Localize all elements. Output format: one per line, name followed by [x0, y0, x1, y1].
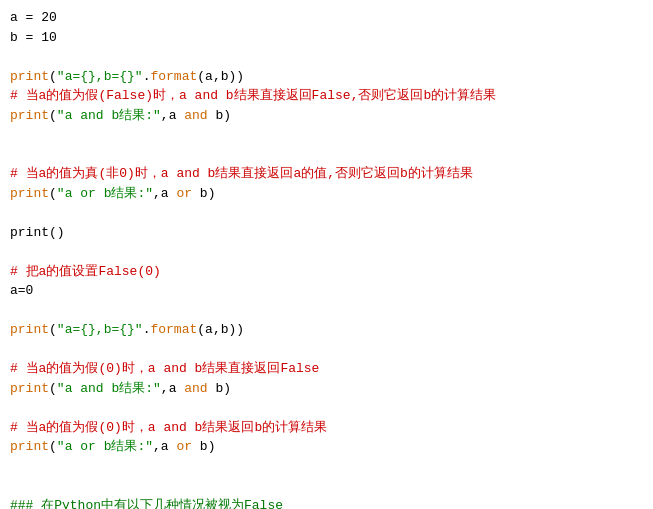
code-line: print("a and b结果:",a and b) — [10, 379, 643, 399]
code-line — [10, 476, 643, 496]
string-token: "a={},b={}" — [57, 69, 143, 84]
code-line — [10, 457, 643, 477]
code-line: a=0 — [10, 281, 643, 301]
code-text: print("a or b结果:",a or b) — [10, 186, 215, 201]
string-token: "a or b结果:" — [57, 186, 153, 201]
string-token: "a or b结果:" — [57, 439, 153, 454]
code-line: b = 10 — [10, 28, 643, 48]
code-token: ( — [49, 381, 57, 396]
code-token: ,a — [161, 381, 184, 396]
code-token: ,a — [153, 439, 176, 454]
string-token: "a={},b={}" — [57, 322, 143, 337]
code-text: # 当a的值为假(False)时，a and b结果直接返回False,否则它返… — [10, 88, 496, 103]
code-line: # 当a的值为真(非0)时，a and b结果直接返回a的值,否则它返回b的计算… — [10, 164, 643, 184]
code-text: a = 20 — [10, 10, 57, 25]
code-line: # 把a的值设置False(0) — [10, 262, 643, 282]
code-token: (a,b)) — [197, 69, 244, 84]
code-line: print("a={},b={}".format(a,b)) — [10, 67, 643, 87]
code-block: a = 20b = 10 print("a={},b={}".format(a,… — [10, 8, 643, 509]
code-line — [10, 125, 643, 145]
keyword-token: or — [176, 439, 192, 454]
code-token: b) — [192, 186, 215, 201]
code-token: ( — [49, 186, 57, 201]
code-line: print("a and b结果:",a and b) — [10, 106, 643, 126]
code-text: b = 10 — [10, 30, 57, 45]
code-text: print("a and b结果:",a and b) — [10, 108, 231, 123]
code-text: print() — [10, 225, 65, 240]
code-token: ( — [49, 322, 57, 337]
code-line — [10, 242, 643, 262]
code-token: ,a — [153, 186, 176, 201]
code-line: print("a or b结果:",a or b) — [10, 184, 643, 204]
code-token: b) — [192, 439, 215, 454]
builtin-token: print — [10, 439, 49, 454]
code-text: # 当a的值为真(非0)时，a and b结果直接返回a的值,否则它返回b的计算… — [10, 166, 473, 181]
code-line: ### 在Python中有以下几种情况被视为False — [10, 496, 643, 510]
code-text: ### 在Python中有以下几种情况被视为False — [10, 498, 283, 510]
code-token: b) — [208, 381, 231, 396]
builtin-token: print — [10, 186, 49, 201]
code-token: ( — [49, 439, 57, 454]
code-line — [10, 340, 643, 360]
code-token: ,a — [161, 108, 184, 123]
builtin-token: print — [10, 108, 49, 123]
code-line: # 当a的值为假(0)时，a and b结果直接返回False — [10, 359, 643, 379]
builtin-token: print — [10, 322, 49, 337]
code-line: a = 20 — [10, 8, 643, 28]
keyword-token: and — [184, 108, 207, 123]
keyword-token: and — [184, 381, 207, 396]
code-container: a = 20b = 10 print("a={},b={}".format(a,… — [0, 0, 653, 509]
code-line: # 当a的值为假(False)时，a and b结果直接返回False,否则它返… — [10, 86, 643, 106]
code-token: ( — [49, 108, 57, 123]
code-line: print("a={},b={}".format(a,b)) — [10, 320, 643, 340]
code-line — [10, 301, 643, 321]
builtin-token: print — [10, 69, 49, 84]
code-line: print() — [10, 223, 643, 243]
code-line: print("a or b结果:",a or b) — [10, 437, 643, 457]
code-token: ( — [49, 69, 57, 84]
code-text: print("a or b结果:",a or b) — [10, 439, 215, 454]
string-token: "a and b结果:" — [57, 381, 161, 396]
builtin-token: format — [150, 69, 197, 84]
string-token: "a and b结果:" — [57, 108, 161, 123]
builtin-token: format — [150, 322, 197, 337]
code-text: print("a={},b={}".format(a,b)) — [10, 322, 244, 337]
code-line — [10, 47, 643, 67]
code-text: # 当a的值为假(0)时，a and b结果返回b的计算结果 — [10, 420, 327, 435]
code-line: # 当a的值为假(0)时，a and b结果返回b的计算结果 — [10, 418, 643, 438]
builtin-token: print — [10, 381, 49, 396]
code-line — [10, 145, 643, 165]
code-text: a=0 — [10, 283, 33, 298]
code-line — [10, 203, 643, 223]
code-text: # 当a的值为假(0)时，a and b结果直接返回False — [10, 361, 319, 376]
code-text: print("a={},b={}".format(a,b)) — [10, 69, 244, 84]
code-text: print("a and b结果:",a and b) — [10, 381, 231, 396]
keyword-token: or — [176, 186, 192, 201]
code-token: b) — [208, 108, 231, 123]
code-line — [10, 398, 643, 418]
code-text: # 把a的值设置False(0) — [10, 264, 161, 279]
code-token: (a,b)) — [197, 322, 244, 337]
